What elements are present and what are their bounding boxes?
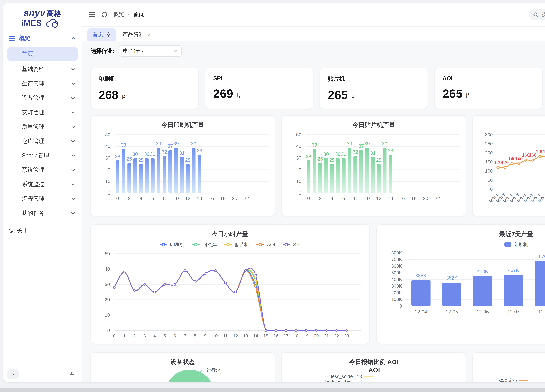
svg-text:700K: 700K (391, 257, 402, 262)
sidebar-group-overview[interactable]: 概览 (3, 32, 82, 45)
mounter-output-bar-chart: 0102030405028382630253030393237393125393… (282, 130, 466, 211)
hourly-chart-legend: 印刷机回流焊贴片机AOISPI (91, 241, 369, 248)
sidebar-item-home[interactable]: 首页 (7, 47, 78, 61)
svg-text:2: 2 (319, 196, 322, 201)
svg-text:31: 31 (179, 150, 185, 156)
sidebar-item-andon[interactable]: 安灯管理 (3, 105, 82, 119)
search-input[interactable]: 搜索 Ctrl K (529, 9, 545, 20)
sidebar-item-production[interactable]: 生产管理 (3, 76, 82, 91)
sidebar-item-system-mgmt[interactable]: 系统管理 (3, 163, 82, 177)
legend-item[interactable]: SPI (282, 242, 301, 247)
svg-text:0: 0 (116, 196, 119, 201)
svg-text:4: 4 (154, 333, 156, 338)
printer-output-bar-chart: 0102030405028382630253030393237393125393… (91, 130, 276, 211)
svg-text:0: 0 (107, 328, 110, 333)
chevron-down-icon (71, 125, 75, 128)
svg-text:18: 18 (220, 196, 225, 201)
sidebar-item-about[interactable]: © 关于 (3, 224, 82, 237)
svg-text:800K: 800K (391, 250, 402, 255)
svg-text:26: 26 (318, 156, 323, 161)
stat-card-spi[interactable]: SPI 269片 (205, 67, 314, 109)
chart-card-reflow-temp: 回流焊温度图 050100150200250300120区01上120区01下1… (472, 115, 545, 216)
svg-text:300: 300 (485, 132, 493, 137)
svg-text:150: 150 (485, 159, 493, 165)
breadcrumb-parent[interactable]: 概览 (113, 11, 124, 18)
refresh-icon[interactable] (101, 11, 108, 18)
chevron-down-icon (71, 183, 75, 185)
svg-text:31: 31 (370, 150, 376, 156)
svg-text:1: 1 (123, 333, 126, 338)
sidebar-item-my-tasks[interactable]: 我的任务 (3, 206, 82, 220)
legend-item[interactable]: 印刷机 (159, 241, 185, 248)
cloud-logo-icon (45, 18, 58, 28)
svg-text:25: 25 (329, 157, 335, 163)
tab-bar: 首页 产品资料 × (82, 27, 545, 41)
svg-text:140: 140 (508, 156, 516, 161)
svg-text:16: 16 (273, 333, 278, 338)
svg-text:39: 39 (364, 141, 370, 146)
svg-text:450K: 450K (477, 269, 488, 274)
breadcrumb-separator-icon: › (128, 12, 130, 18)
sidebar-item-scada[interactable]: Scada管理 (3, 148, 82, 163)
svg-text:37: 37 (167, 143, 173, 149)
legend-item[interactable]: 印刷机 (504, 241, 528, 248)
svg-text:8: 8 (163, 196, 166, 201)
legend-item[interactable]: AOI (256, 242, 275, 247)
tab-product-data[interactable]: 产品资料 × (117, 28, 156, 41)
svg-text:39: 39 (156, 141, 161, 146)
svg-text:20: 20 (423, 196, 428, 201)
svg-text:25: 25 (138, 157, 144, 163)
collapse-sidebar-button[interactable]: « (7, 369, 19, 379)
svg-text:467K: 467K (508, 268, 519, 273)
sidebar-item-workflow[interactable]: 流程管理 (3, 191, 82, 206)
svg-text:运行: 4: 运行: 4 (207, 368, 221, 373)
svg-text:12: 12 (376, 196, 381, 201)
svg-text:12: 12 (233, 333, 238, 338)
svg-text:0: 0 (307, 196, 310, 201)
svg-text:20: 20 (105, 297, 110, 302)
sidebar-item-system-monitor[interactable]: 系统监控 (3, 177, 82, 191)
svg-text:22: 22 (334, 333, 339, 338)
chart-card-mounter-today: 今日贴片机产量 01020304050283826302530303932373… (281, 115, 466, 216)
svg-text:21: 21 (324, 333, 329, 338)
legend-item[interactable]: 回流焊 (192, 241, 217, 248)
svg-text:less_solder: 13: less_solder: 13 (331, 374, 362, 379)
svg-text:20: 20 (296, 167, 301, 172)
hourly-output-line-chart: 0102030405001234567891011121314151617181… (91, 249, 370, 341)
svg-text:26: 26 (127, 156, 132, 161)
sidebar-item-basic-data[interactable]: 基础资料 (3, 62, 82, 76)
svg-text:30: 30 (105, 155, 110, 160)
svg-text:19: 19 (304, 333, 309, 338)
tab-home[interactable]: 首页 (87, 28, 116, 41)
sidebar-item-quality[interactable]: 质量管理 (3, 119, 82, 134)
svg-text:0: 0 (113, 333, 115, 338)
svg-text:6: 6 (342, 196, 345, 201)
close-tab-icon[interactable]: × (148, 32, 151, 37)
copyright-icon: © (9, 227, 13, 234)
pin-icon[interactable] (106, 32, 111, 37)
svg-text:120: 120 (494, 160, 502, 165)
dashboard-page: anyv 高格 iMES 概览 (0, 0, 545, 392)
stat-card-aoi[interactable]: AOI 265片 (434, 67, 543, 109)
svg-text:50: 50 (296, 132, 301, 137)
stat-card-mounter[interactable]: 贴片机 265片 (320, 67, 428, 109)
svg-text:38: 38 (312, 142, 317, 147)
svg-text:388K: 388K (415, 273, 427, 278)
chevron-down-icon (71, 140, 75, 142)
svg-text:6: 6 (151, 196, 154, 201)
industry-select[interactable]: 电子行业 (119, 45, 182, 57)
sidebar-item-warehouse[interactable]: 仓库管理 (3, 134, 82, 148)
chevron-up-icon (72, 37, 76, 40)
hamburger-menu-icon[interactable] (89, 12, 95, 17)
pin-sidebar-button[interactable] (66, 369, 78, 379)
chart-card-hourly-output: 今日小时产量 印刷机回流焊贴片机AOISPI 01020304050012345… (90, 225, 370, 344)
chevron-down-icon (71, 197, 75, 200)
industry-filter: 选择行业: 电子行业 (91, 45, 182, 57)
weekly-output-bar-chart: 0100K200K300K400K500K600K700K800K388K12-… (377, 249, 545, 341)
svg-text:200: 200 (485, 150, 493, 155)
sidebar-item-equipment[interactable]: 设备管理 (3, 91, 82, 105)
stat-card-printer[interactable]: 印刷机 268片 (90, 67, 199, 109)
legend-item[interactable]: 贴片机 (224, 241, 249, 248)
svg-text:17: 17 (284, 333, 289, 338)
svg-text:30: 30 (335, 152, 341, 157)
